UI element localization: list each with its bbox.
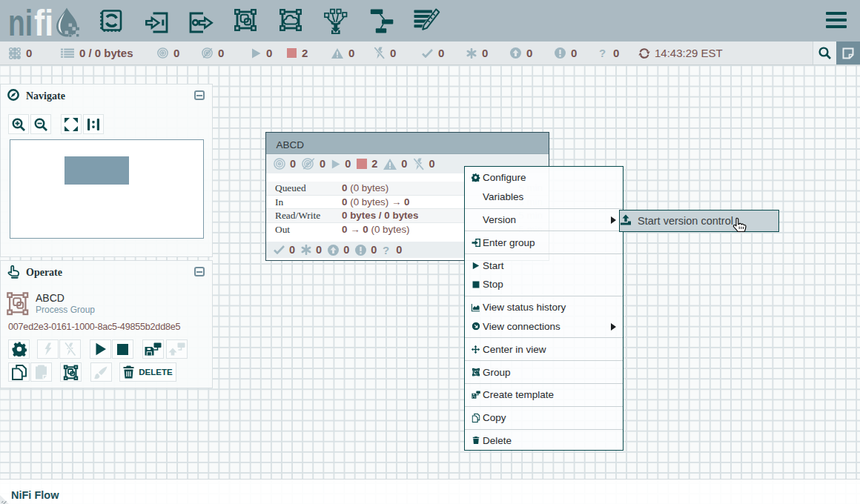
svg-text:ni: ni xyxy=(8,2,33,39)
svg-text:?: ? xyxy=(599,47,606,59)
svg-text:?: ? xyxy=(383,245,389,256)
svg-text:fi: fi xyxy=(34,2,53,39)
